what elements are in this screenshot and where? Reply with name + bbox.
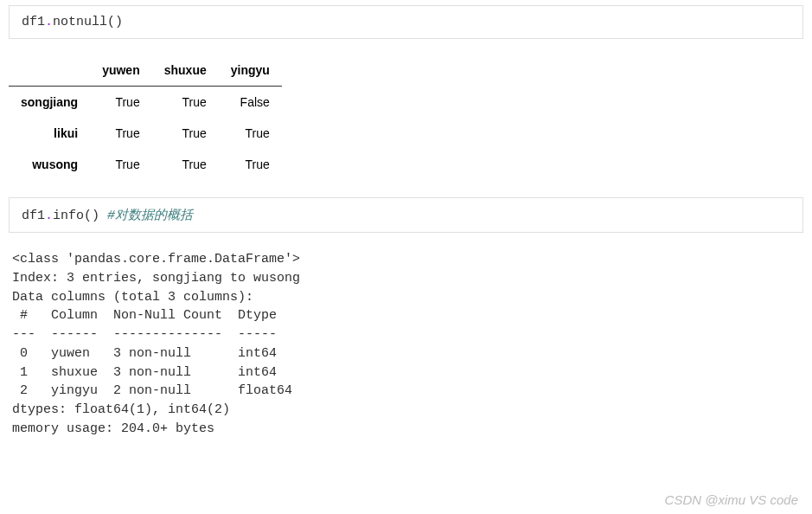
cell-value: True [90, 149, 152, 180]
col-header: shuxue [152, 55, 219, 87]
code-close-paren: ) [92, 209, 99, 223]
info-line: Data columns (total 3 columns): [12, 290, 253, 305]
cell-value: True [219, 118, 282, 149]
code-cell-info[interactable]: df1.info() #对数据的概括 [9, 197, 803, 233]
code-open-paren: ( [107, 15, 115, 29]
code-object: df1 [22, 209, 45, 223]
code-spacer [99, 209, 107, 223]
info-line: 1 shuxue 3 non-null int64 [12, 365, 292, 380]
row-index: likui [9, 118, 90, 149]
row-index: songjiang [9, 87, 90, 119]
dataframe-table: yuwen shuxue yingyu songjiang True True … [9, 55, 282, 180]
table-row: songjiang True True False [9, 87, 282, 119]
info-text-output: <class 'pandas.core.frame.DataFrame'> In… [9, 248, 803, 440]
info-line: 2 yingyu 2 non-null float64 [12, 383, 292, 398]
info-line: # Column Non-Null Count Dtype [12, 308, 292, 323]
code-cell-notnull[interactable]: df1.notnull() [9, 5, 803, 39]
code-dot: . [45, 209, 53, 223]
cell-value: False [219, 87, 282, 119]
cell-value: True [90, 118, 152, 149]
code-open-paren: ( [84, 209, 92, 223]
table-row: wusong True True True [9, 149, 282, 180]
info-line: Index: 3 entries, songjiang to wusong [12, 271, 300, 286]
col-header: yingyu [219, 55, 282, 87]
dataframe-output-notnull: yuwen shuxue yingyu songjiang True True … [9, 55, 803, 180]
code-method: notnull [53, 15, 107, 29]
cell-value: True [152, 149, 219, 180]
col-header: yuwen [90, 55, 152, 87]
code-dot: . [45, 15, 53, 29]
cell-value: True [152, 87, 219, 119]
row-index: wusong [9, 149, 90, 180]
code-close-paren: ) [115, 15, 123, 29]
table-corner [9, 55, 90, 87]
info-line: memory usage: 204.0+ bytes [12, 421, 214, 436]
code-comment: #对数据的概括 [107, 209, 193, 223]
table-row: likui True True True [9, 118, 282, 149]
code-method: info [53, 209, 84, 223]
cell-value: True [219, 149, 282, 180]
cell-value: True [152, 118, 219, 149]
code-object: df1 [22, 15, 45, 29]
watermark-text: CSDN @ximu VS code [665, 492, 798, 507]
info-line: 0 yuwen 3 non-null int64 [12, 346, 292, 361]
info-line: --- ------ -------------- ----- [12, 327, 292, 342]
cell-value: True [90, 87, 152, 119]
info-line: dtypes: float64(1), int64(2) [12, 402, 230, 417]
info-line: <class 'pandas.core.frame.DataFrame'> [12, 252, 300, 267]
table-header-row: yuwen shuxue yingyu [9, 55, 282, 87]
